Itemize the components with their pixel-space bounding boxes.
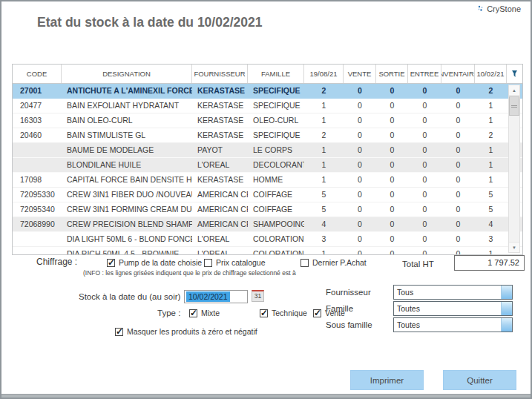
dropdown-button-icon[interactable] [501,318,512,332]
column-header[interactable]: ENTREE [408,65,441,83]
table-cell-vente: 0 [344,232,376,246]
table-row[interactable]: 72095330CREW 3IN1 FIBER DUO /NOUVEAUTE N… [13,188,522,202]
table-row[interactable]: BLONDILANE HUILEL'OREALDECOLORANT100001 [13,158,522,173]
table-cell-inventaire: 0 [441,128,475,142]
table-cell-stock_fin: 2 [475,128,507,142]
stock-date-input[interactable]: 10/02/2021 [184,290,248,303]
crystone-logo-icon [477,5,485,13]
table-cell-entree: 0 [408,113,441,128]
checkbox-masquer-produits-zero[interactable]: Masquer les produits à zéro et négatif [115,327,257,336]
stock-date-label: Stock à la date du (au soir) [79,292,180,301]
column-header[interactable]: 19/08/21 [304,65,344,83]
table-row[interactable]: 72095340CREW 3IN1 FORMING CREAM DUO /NOU… [13,202,522,217]
table-cell-famille: SPECIFIQUE [248,128,304,142]
brand: CryStone [477,4,521,13]
checkbox-icon[interactable] [115,328,123,336]
table-cell-fournisseur: L'OREAL [192,232,248,246]
table-cell-sortie: 0 [376,202,408,217]
table-corner-icon[interactable] [507,65,522,83]
table-cell-famille: COIFFAGE [248,188,304,202]
table-cell-famille: OLEO-CURL [248,113,304,128]
table-cell-famille: COLORATION [248,247,304,254]
table-cell-sortie: 0 [376,173,408,187]
dropdown-button-icon[interactable] [501,286,512,299]
type-label: Type : [157,309,180,317]
checkbox-pump-date-choisie[interactable]: Pump de la date choisie [107,258,202,267]
scrollbar-thumb[interactable] [509,96,519,116]
table-cell-entree: 0 [408,84,441,98]
table-cell-designation: BAIN OLEO-CURL [62,113,192,128]
scrollbar-up-icon[interactable]: ▲ [509,85,519,96]
imprimer-button[interactable]: Imprimer [350,370,424,390]
column-header[interactable]: VENTE [344,65,376,83]
table-cell-stock_fin: 2 [475,84,507,98]
table-cell-stock_debut: 5 [304,202,344,217]
checkbox-label: Prix catalogue [216,258,266,267]
table-cell-sortie: 0 [376,128,408,142]
checkbox-icon[interactable] [313,309,321,317]
table-row[interactable]: 20477BAIN EXFOLIANT HYDRATANTKERASTASESP… [13,99,522,113]
table-cell-stock_fin: 1 [475,143,507,157]
table-row[interactable]: 17098CAPITAL FORCE BAIN DENSITE HOMMEKER… [13,173,522,188]
scrollbar-down-icon[interactable]: ▼ [509,242,519,252]
checkbox-mixte[interactable]: Mixte [189,309,220,317]
table-cell-stock_debut: 4 [304,217,344,231]
table-row[interactable]: DIA LIGHT 50ML 6 - BLOND FONCEL'OREALCOL… [13,232,522,247]
table-cell-stock_debut: 1 [304,143,344,157]
table-cell-designation: DIA LIGHT 50ML 6 - BLOND FONCE [62,232,192,246]
table-cell-inventaire: 0 [441,173,475,187]
table-cell-sortie: 0 [376,217,408,231]
vertical-scrollbar[interactable]: ▲ ▼ [508,85,520,253]
column-header[interactable]: 10/02/21 [475,65,507,83]
fournisseur-select[interactable]: Tous [393,285,513,300]
checkbox-label: Technique [272,309,307,317]
checkbox-dernier-prix-achat[interactable]: Dernier P.Achat [301,258,367,267]
checkbox-prix-catalogue[interactable]: Prix catalogue [204,258,266,267]
checkbox-label: Pump de la date choisie [119,258,202,267]
checkbox-icon[interactable] [107,259,115,267]
column-header[interactable]: INVENTAIRE [441,65,475,83]
table-cell-entree: 0 [408,173,441,187]
table-cell-fournisseur: KERASTASE [192,84,248,98]
table-cell-fournisseur: AMERICAN CREW [192,188,248,202]
table-row[interactable]: DIA RICH 50ML 4.5 - BROWNIEL'OREALCOLORA… [13,247,522,254]
column-header[interactable]: CODE [13,65,62,83]
famille-select[interactable]: Toutes [393,301,513,316]
table-row[interactable]: 72068990CREW PRECISION BLEND SHAMP 250ML… [13,217,522,232]
checkbox-icon[interactable] [189,309,197,317]
table-cell-sortie: 0 [376,113,408,128]
table-cell-inventaire: 0 [441,113,475,128]
dropdown-button-icon[interactable] [501,302,512,315]
table-row[interactable]: 16303BAIN OLEO-CURLKERASTASEOLEO-CURL100… [13,113,522,128]
table-cell-stock_fin: 5 [475,202,507,217]
table-cell-fournisseur: KERASTASE [192,128,248,142]
checkbox-icon[interactable] [204,259,212,267]
table-row[interactable]: BAUME DE MODELAGEPAYOTLE CORPS100001 [13,143,522,158]
column-header[interactable]: FOURNISSEUR [192,65,248,83]
calendar-icon[interactable]: 31 [252,290,264,302]
sous-famille-select[interactable]: Toutes [393,317,513,332]
quitter-button[interactable]: Quitter [443,370,516,390]
stock-table: CODEDESIGNATIONFOURNISSEURFAMILLE19/08/2… [12,64,523,255]
table-cell-vente: 0 [344,247,376,254]
table-row[interactable]: 27001ANTICHUTE A L'AMINEXIL FORCE R X2(K… [13,84,522,99]
famille-value: Toutes [394,302,501,315]
famille-label: Famille [326,304,353,313]
table-cell-code [13,143,62,157]
table-row[interactable]: 20460BAIN STIMULISTE GLKERASTASESPECIFIQ… [13,128,522,143]
checkbox-label: Dernier P.Achat [312,258,367,267]
column-header[interactable]: SORTIE [376,65,408,83]
table-cell-inventaire: 0 [441,217,475,231]
stock-date-value: 10/02/2021 [186,291,230,302]
table-cell-code: 20477 [13,99,62,113]
column-header[interactable]: FAMILLE [248,65,304,83]
checkbox-technique[interactable]: Technique [260,309,307,317]
table-cell-stock_debut: 1 [304,113,344,128]
table-cell-entree: 0 [408,232,441,246]
table-cell-designation: BAIN EXFOLIANT HYDRATANT [62,99,192,113]
column-header[interactable]: DESIGNATION [62,65,192,83]
table-cell-famille: COIFFAGE [248,202,304,217]
checkbox-icon[interactable] [301,259,309,267]
page-title: Etat du stock à la date du 10/02/2021 [37,15,262,30]
checkbox-icon[interactable] [260,309,268,317]
